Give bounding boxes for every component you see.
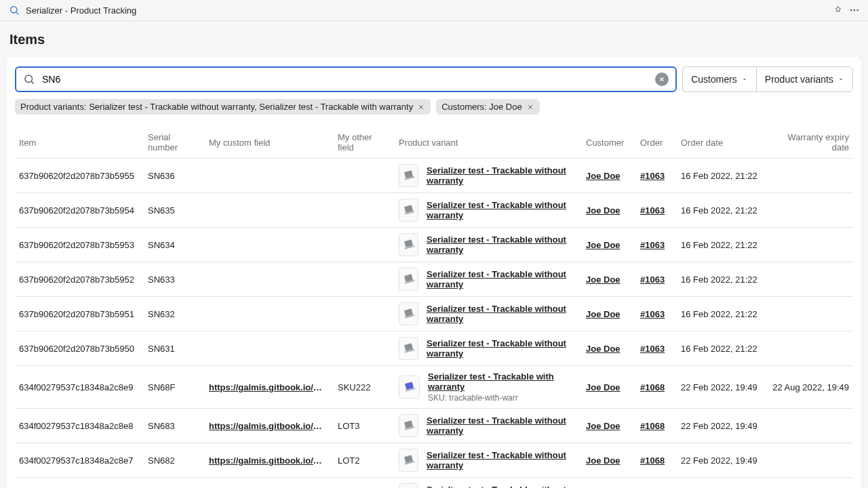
cell-warranty	[765, 478, 853, 489]
cell-custom	[205, 193, 334, 228]
customers-filter-button[interactable]: Customers	[682, 66, 756, 92]
col-custom: My custom field	[205, 127, 334, 159]
cell-item: 637b90620f2d2078b73b5954	[15, 193, 144, 228]
cell-customer: Joe Doe	[582, 159, 636, 193]
cell-warranty	[765, 297, 853, 331]
cell-order: #1063	[636, 331, 677, 366]
svg-point-0	[11, 7, 17, 13]
col-other: My other field	[334, 127, 395, 159]
cell-variant: Serializer test - Trackable without warr…	[395, 443, 582, 478]
cell-variant: Serializer test - Trackable without warr…	[395, 159, 582, 193]
table-row[interactable]: 634f00279537c18348a2c8e8SN683https://gal…	[15, 409, 853, 443]
table-row[interactable]: 634f00279537c18348a2c8e9SN68Fhttps://gal…	[15, 366, 853, 409]
cell-date: 16 Feb 2022, 21:22	[677, 297, 765, 331]
table-row[interactable]: 637b90620f2d2078b73b5950SN631Serializer …	[15, 331, 853, 366]
customer-link[interactable]: Joe Doe	[586, 455, 620, 466]
cell-order: #1068	[636, 366, 677, 409]
customer-link[interactable]: Joe Doe	[586, 344, 620, 354]
variant-link[interactable]: Serializer test - Trackable without warr…	[427, 165, 578, 186]
cell-variant: Serializer test - Trackable without warr…	[395, 193, 582, 228]
variant-link[interactable]: Serializer test - Trackable without warr…	[427, 200, 578, 220]
variant-link[interactable]: Serializer test - Trackable without warr…	[427, 235, 578, 255]
col-serial: Serial number	[144, 127, 205, 159]
cell-order: #1063	[636, 193, 677, 228]
customer-link[interactable]: Joe Doe	[586, 274, 620, 285]
variant-link[interactable]: Serializer test - Trackable without warr…	[427, 450, 578, 470]
col-warranty: Warranty expiry date	[765, 127, 853, 159]
search-box[interactable]	[15, 66, 677, 92]
chip-remove-icon[interactable]	[417, 103, 425, 111]
variant-link[interactable]: Serializer test - Trackable without warr…	[427, 485, 578, 488]
clear-search-button[interactable]	[655, 73, 669, 86]
order-link[interactable]: #1063	[640, 171, 665, 181]
cell-customer: Joe Doe	[582, 262, 636, 297]
cell-variant: Serializer test - Trackable without warr…	[395, 228, 582, 262]
cell-custom	[205, 228, 334, 262]
titlebar: Serializer - Product Tracking	[0, 0, 868, 21]
table-row[interactable]: 634f00279537c18348a2c8e6SN681https://gal…	[15, 478, 853, 489]
customer-link[interactable]: Joe Doe	[586, 309, 620, 319]
cell-variant: Serializer test - Trackable without warr…	[395, 262, 582, 297]
table-row[interactable]: 637b90620f2d2078b73b5953SN634Serializer …	[15, 228, 853, 262]
variants-filter-button[interactable]: Product variants	[756, 66, 853, 92]
product-thumb-icon	[399, 233, 418, 256]
order-link[interactable]: #1068	[640, 455, 665, 466]
customer-link[interactable]: Joe Doe	[586, 205, 620, 216]
order-link[interactable]: #1068	[640, 421, 665, 431]
cell-other	[334, 193, 395, 228]
table-row[interactable]: 637b90620f2d2078b73b5954SN635Serializer …	[15, 193, 853, 228]
custom-link[interactable]: https://galmis.gitbook.io/seri...	[209, 455, 324, 466]
filter-chip-label: Product variants: Serializer test - Trac…	[20, 102, 413, 112]
page-title: Items	[9, 32, 861, 47]
cell-customer: Joe Doe	[582, 228, 636, 262]
variant-link[interactable]: Serializer test - Trackable without warr…	[427, 415, 578, 436]
customer-link[interactable]: Joe Doe	[586, 382, 620, 392]
cell-date: 16 Feb 2022, 21:22	[677, 228, 765, 262]
cell-serial: SN68F	[144, 366, 205, 409]
cell-date: 16 Feb 2022, 21:22	[677, 331, 765, 366]
cell-custom: https://galmis.gitbook.io/seri...	[205, 478, 334, 489]
cell-variant: Serializer test - Trackable without warr…	[395, 409, 582, 443]
filter-chip: Product variants: Serializer test - Trac…	[15, 99, 431, 115]
order-link[interactable]: #1063	[640, 309, 665, 319]
filter-chip: Customers: Joe Doe	[436, 99, 540, 115]
items-card: Customers Product variants Product varia…	[7, 57, 861, 488]
more-icon[interactable]	[849, 5, 860, 16]
cell-date: 22 Feb 2022, 19:49	[677, 443, 765, 478]
order-link[interactable]: #1063	[640, 274, 665, 285]
cell-custom	[205, 331, 334, 366]
cell-item: 634f00279537c18348a2c8e9	[15, 366, 144, 409]
custom-link[interactable]: https://galmis.gitbook.io/seri...	[209, 382, 324, 392]
cell-warranty	[765, 331, 853, 366]
cell-customer: Joe Doe	[582, 193, 636, 228]
order-link[interactable]: #1063	[640, 240, 665, 250]
variant-link[interactable]: Serializer test - Trackable with warrant…	[428, 371, 578, 392]
customer-link[interactable]: Joe Doe	[586, 421, 620, 431]
custom-link[interactable]: https://galmis.gitbook.io/seri...	[209, 421, 324, 431]
search-input[interactable]	[42, 74, 655, 85]
pin-icon[interactable]	[833, 5, 844, 16]
order-link[interactable]: #1063	[640, 344, 665, 354]
variant-link[interactable]: Serializer test - Trackable without warr…	[427, 269, 578, 289]
col-variant: Product variant	[395, 127, 582, 159]
cell-order: #1068	[636, 478, 677, 489]
customer-link[interactable]: Joe Doe	[586, 240, 620, 250]
cell-other	[334, 331, 395, 366]
customer-link[interactable]: Joe Doe	[586, 171, 620, 181]
cell-date: 22 Feb 2022, 19:49	[677, 366, 765, 409]
table-row[interactable]: 637b90620f2d2078b73b5952SN633Serializer …	[15, 262, 853, 297]
caret-down-icon	[741, 76, 748, 83]
table-row[interactable]: 637b90620f2d2078b73b5951SN632Serializer …	[15, 297, 853, 331]
variant-link[interactable]: Serializer test - Trackable without warr…	[427, 338, 578, 359]
product-thumb-icon	[399, 449, 418, 472]
cell-item: 637b90620f2d2078b73b5950	[15, 331, 144, 366]
cell-warranty	[765, 443, 853, 478]
order-link[interactable]: #1068	[640, 382, 665, 392]
variant-link[interactable]: Serializer test - Trackable without warr…	[427, 304, 578, 324]
chip-remove-icon[interactable]	[526, 103, 534, 111]
cell-item: 637b90620f2d2078b73b5951	[15, 297, 144, 331]
order-link[interactable]: #1063	[640, 205, 665, 216]
table-row[interactable]: 634f00279537c18348a2c8e7SN682https://gal…	[15, 443, 853, 478]
cell-item: 637b90620f2d2078b73b5955	[15, 159, 144, 193]
table-row[interactable]: 637b90620f2d2078b73b5955SN636Serializer …	[15, 159, 853, 193]
